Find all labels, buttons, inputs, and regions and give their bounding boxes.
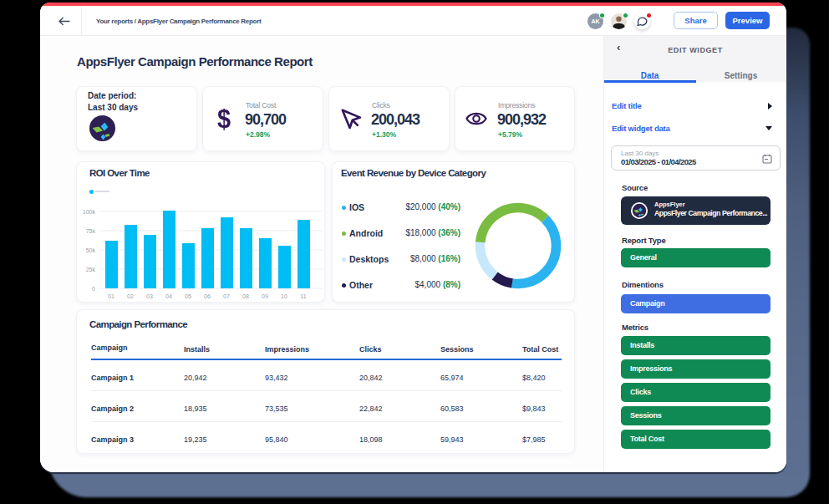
svg-text:05: 05 (185, 293, 191, 299)
svg-text:06: 06 (204, 293, 211, 299)
svg-text:09: 09 (262, 293, 268, 299)
svg-text:0: 0 (92, 286, 95, 292)
svg-text:10: 10 (281, 293, 287, 299)
svg-text:25k: 25k (86, 267, 96, 272)
svg-text:50k: 50k (86, 247, 96, 253)
svg-text:03: 03 (146, 293, 153, 299)
svg-text:02: 02 (127, 293, 134, 299)
svg-text:100k: 100k (83, 209, 96, 215)
svg-text:08: 08 (242, 293, 249, 299)
svg-text:04: 04 (165, 293, 172, 299)
svg-text:01: 01 (108, 293, 114, 299)
svg-text:75k: 75k (86, 228, 96, 234)
svg-text:07: 07 (223, 293, 230, 299)
svg-text:11: 11 (300, 293, 306, 299)
